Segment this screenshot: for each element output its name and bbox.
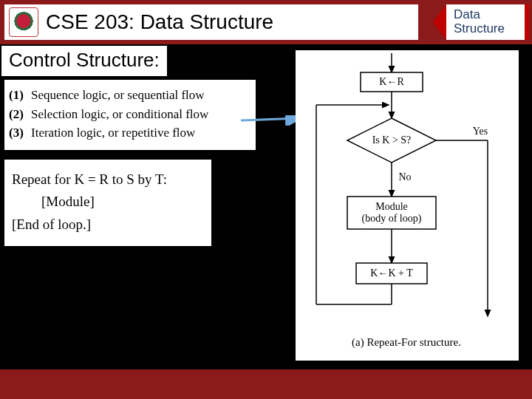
flow-module-l2: (body of loop) bbox=[362, 213, 422, 225]
logic-list: (1) Sequence logic, or sequential flow (… bbox=[4, 80, 256, 150]
list-item: (2) Selection logic, or conditional flow bbox=[9, 105, 251, 124]
svg-line-0 bbox=[241, 118, 299, 120]
flow-yes-label: Yes bbox=[473, 126, 488, 137]
course-title: CSE 203: Data Structure bbox=[46, 10, 273, 34]
section-title: Control Structure: bbox=[1, 46, 167, 76]
list-item: (3) Iteration logic, or repetitive flow bbox=[9, 123, 251, 143]
item-number: (3) bbox=[9, 123, 31, 143]
pseudo-line: [End of loop.] bbox=[12, 214, 204, 236]
section-title-wrap: Control Structure: bbox=[0, 44, 167, 76]
item-number: (2) bbox=[9, 105, 31, 124]
badge-line1: Data bbox=[454, 8, 528, 22]
badge-line2: Structure bbox=[454, 22, 528, 36]
flow-no-label: No bbox=[398, 171, 411, 183]
header-bar: CSE 203: Data Structure Data Structure bbox=[0, 0, 532, 44]
list-item: (1) Sequence logic, or sequential flow bbox=[9, 86, 251, 105]
item-text: Selection logic, or conditional flow bbox=[31, 105, 208, 124]
flow-caption: (a) Repeat-For structure. bbox=[352, 336, 461, 349]
pseudocode-box: Repeat for K = R to S by T: [Module] [En… bbox=[4, 160, 211, 246]
flow-module-l1: Module bbox=[375, 201, 408, 212]
item-text: Iteration logic, or repetitive flow bbox=[31, 123, 195, 143]
flow-init: K←R bbox=[379, 76, 404, 87]
pseudo-line: Repeat for K = R to S by T: bbox=[12, 168, 204, 191]
footer-bar bbox=[0, 369, 532, 399]
flowchart-panel: K←R Is K > S? Yes No Module (body of loo… bbox=[296, 50, 519, 361]
pseudo-line: [Module] bbox=[12, 191, 204, 213]
flow-decision: Is K > S? bbox=[372, 134, 412, 146]
item-number: (1) bbox=[9, 86, 31, 105]
flow-incr: K←K + T bbox=[370, 267, 413, 279]
corner-badge: Data Structure bbox=[446, 4, 528, 40]
university-logo-icon bbox=[9, 7, 38, 37]
item-text: Sequence logic, or sequential flow bbox=[31, 86, 205, 105]
title-bar: CSE 203: Data Structure bbox=[4, 4, 418, 40]
